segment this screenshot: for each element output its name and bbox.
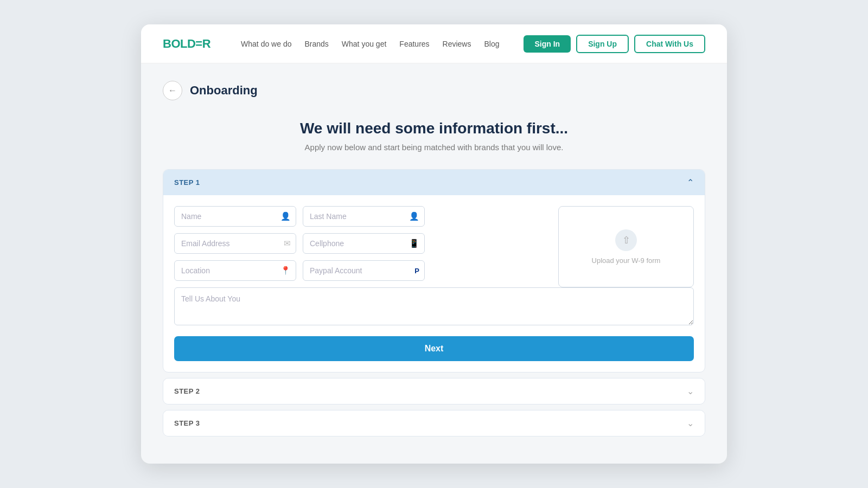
name-input[interactable]	[174, 206, 296, 227]
nav-features[interactable]: Features	[399, 40, 429, 48]
about-row	[174, 287, 694, 325]
logo: BOLD=R	[163, 37, 210, 51]
about-textarea[interactable]	[174, 287, 694, 325]
step1-chevron-icon: ⌃	[687, 177, 694, 188]
hero-section: We will need some information first... A…	[163, 120, 705, 152]
name-row: 👤 👤	[174, 206, 552, 227]
step3-header[interactable]: STEP 3 ⌄	[163, 410, 705, 436]
email-input[interactable]	[174, 233, 296, 254]
step2-label: STEP 2	[174, 387, 200, 395]
email-wrap: ✉	[174, 233, 296, 254]
hero-subtitle: Apply now below and start being matched …	[163, 143, 705, 152]
step1-header[interactable]: STEP 1 ⌃	[163, 170, 705, 195]
signin-button[interactable]: Sign In	[524, 35, 571, 53]
step1-label: STEP 1	[174, 178, 200, 187]
email-row: ✉ 📱	[174, 233, 552, 254]
location-wrap: 📍	[174, 260, 296, 281]
step3-card: STEP 3 ⌄	[163, 410, 705, 436]
logo-text-dark: BOLD	[163, 37, 195, 50]
upload-area: ⇧ Upload your W-9 form	[558, 206, 694, 287]
cellphone-input[interactable]	[303, 233, 425, 254]
step2-chevron-icon: ⌄	[687, 386, 694, 396]
breadcrumb: ← Onboarding	[163, 81, 705, 100]
about-wrap	[174, 287, 694, 325]
paypal-input[interactable]	[303, 260, 425, 281]
paypal-wrap: P	[303, 260, 425, 281]
nav-actions: Sign In Sign Up Chat With Us	[524, 35, 705, 53]
step1-fields: 👤 👤 ✉	[174, 206, 552, 287]
step3-label: STEP 3	[174, 419, 200, 427]
step1-form-area: 👤 👤 ✉	[174, 206, 694, 287]
nav-links: What do we do Brands What you get Featur…	[241, 40, 506, 48]
logo-r: R	[202, 37, 210, 50]
nav-brands[interactable]: Brands	[304, 40, 328, 48]
step1-card: STEP 1 ⌃ 👤	[163, 169, 705, 373]
upload-icon: ⇧	[615, 229, 637, 251]
step3-chevron-icon: ⌄	[687, 418, 694, 428]
step2-header[interactable]: STEP 2 ⌄	[163, 378, 705, 404]
nav-what-we-do[interactable]: What do we do	[241, 40, 291, 48]
step2-card: STEP 2 ⌄	[163, 378, 705, 404]
signup-button[interactable]: Sign Up	[576, 35, 629, 53]
upload-label: Upload your W-9 form	[592, 256, 661, 265]
back-button[interactable]: ←	[163, 81, 182, 100]
step1-body: 👤 👤 ✉	[163, 195, 705, 372]
hero-title: We will need some information first...	[163, 120, 705, 137]
nav-blog[interactable]: Blog	[484, 40, 499, 48]
location-row: 📍 P	[174, 260, 552, 281]
name-wrap: 👤	[174, 206, 296, 227]
cellphone-wrap: 📱	[303, 233, 425, 254]
navbar: BOLD=R What do we do Brands What you get…	[141, 24, 727, 63]
page-title: Onboarding	[190, 84, 258, 98]
main-content: ← Onboarding We will need some informati…	[141, 63, 727, 464]
lastname-wrap: 👤	[303, 206, 425, 227]
logo-eq: =	[195, 37, 202, 50]
next-button[interactable]: Next	[174, 336, 694, 361]
upload-box[interactable]: ⇧ Upload your W-9 form	[558, 206, 694, 287]
chat-button[interactable]: Chat With Us	[634, 35, 705, 53]
nav-what-you-get[interactable]: What you get	[342, 40, 387, 48]
lastname-input[interactable]	[303, 206, 425, 227]
nav-reviews[interactable]: Reviews	[443, 40, 471, 48]
location-input[interactable]	[174, 260, 296, 281]
